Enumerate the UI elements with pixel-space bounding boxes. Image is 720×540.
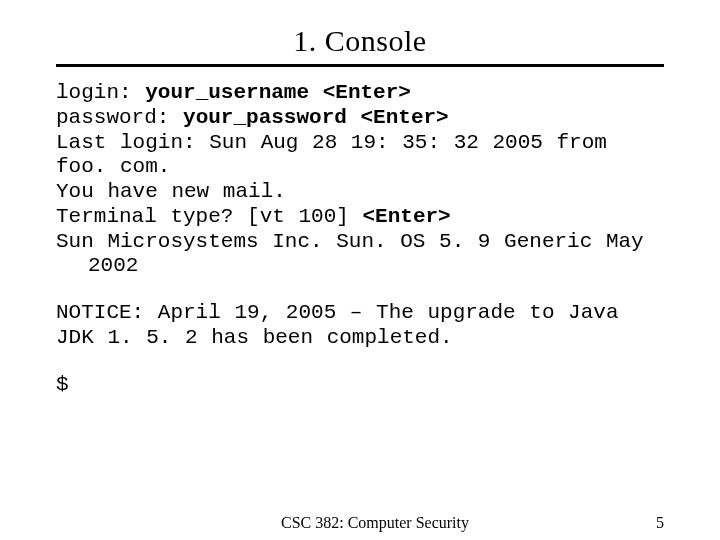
slide: 1. Console login: your_username <Enter> … bbox=[0, 0, 720, 540]
enter-key: <Enter> bbox=[323, 81, 411, 104]
login-line: login: your_username <Enter> bbox=[56, 81, 664, 106]
login-label: login: bbox=[56, 81, 132, 104]
terminal-type-text: Terminal type? [vt 100] bbox=[56, 205, 349, 228]
password-label: password: bbox=[56, 106, 169, 129]
blank-line bbox=[56, 279, 664, 301]
password-value: your_password bbox=[183, 106, 347, 129]
page-number: 5 bbox=[656, 514, 664, 532]
mail-line: You have new mail. bbox=[56, 180, 664, 205]
password-line: password: your_password <Enter> bbox=[56, 106, 664, 131]
sunos-line-2: 2002 bbox=[56, 254, 664, 279]
login-username: your_username bbox=[145, 81, 309, 104]
console-block: login: your_username <Enter> password: y… bbox=[56, 81, 664, 397]
terminal-type-line: Terminal type? [vt 100] <Enter> bbox=[56, 205, 664, 230]
blank-line bbox=[56, 351, 664, 373]
slide-title: 1. Console bbox=[56, 24, 664, 67]
last-login-line: Last login: Sun Aug 28 19: 35: 32 2005 f… bbox=[56, 131, 664, 181]
sunos-line: Sun Microsystems Inc. Sun. OS 5. 9 Gener… bbox=[56, 230, 664, 255]
enter-key: <Enter> bbox=[360, 106, 448, 129]
notice-line: NOTICE: April 19, 2005 – The upgrade to … bbox=[56, 301, 664, 351]
shell-prompt: $ bbox=[56, 373, 664, 398]
footer-title: CSC 382: Computer Security bbox=[0, 514, 720, 532]
enter-key: <Enter> bbox=[362, 205, 450, 228]
